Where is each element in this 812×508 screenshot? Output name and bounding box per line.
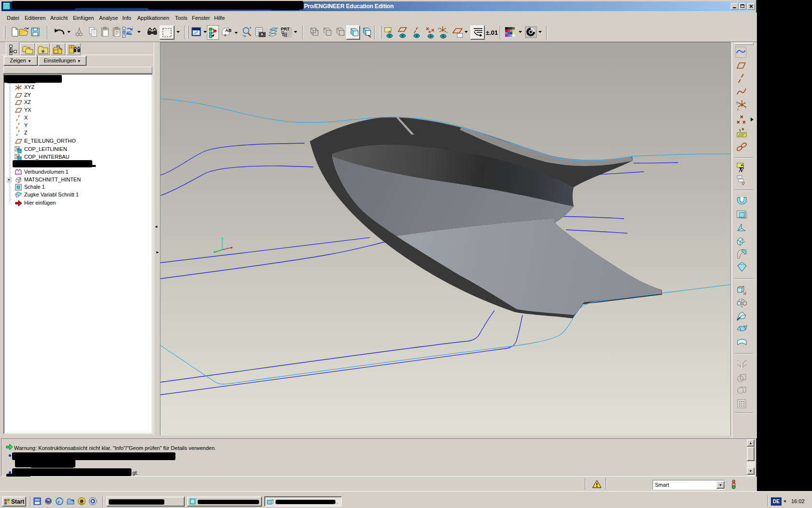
svg-text:y: y (736, 101, 738, 105)
svg-text:AB: AB (225, 28, 232, 33)
svg-text:PRT: PRT (281, 27, 290, 31)
svg-text:x: x (20, 84, 22, 87)
svg-text:x: x (745, 105, 747, 109)
svg-text:z: z (737, 107, 739, 111)
svg-text:y: y (438, 27, 439, 30)
svg-text:x: x (446, 31, 448, 34)
